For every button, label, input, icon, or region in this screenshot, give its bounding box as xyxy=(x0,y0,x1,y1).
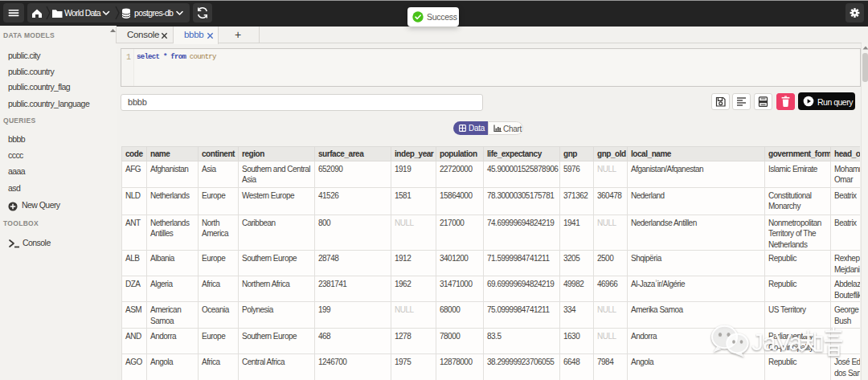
svg-text:JaVa: JaVa xyxy=(751,329,802,355)
svg-text:World Data: World Data xyxy=(64,8,101,18)
svg-text:postgres-db: postgres-db xyxy=(134,8,174,18)
